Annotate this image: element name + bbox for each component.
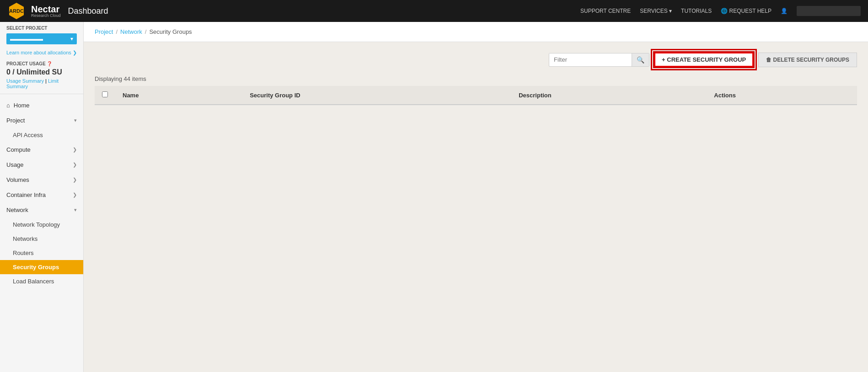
routers-label: Routers (13, 250, 34, 256)
breadcrumb-network[interactable]: Network (120, 28, 142, 35)
filter-search-button[interactable]: 🔍 (632, 53, 649, 66)
top-nav-left: ARDC Nectar Research Cloud Dashboard (7, 2, 108, 20)
container-infra-chevron-icon: ❯ (73, 192, 77, 198)
breadcrumb: Project / Network / Security Groups (84, 22, 868, 42)
volumes-chevron-icon: ❯ (73, 177, 77, 183)
select-all-col (95, 86, 115, 105)
table-header: Name Security Group ID Description Actio… (95, 86, 857, 105)
globe-icon: 🌐 (721, 8, 728, 14)
usage-chevron-icon: ❯ (73, 162, 77, 168)
main-layout: SELECT PROJECT ▬▬▬▬▬▬ ▾ Learn more about… (0, 22, 868, 372)
user-icon[interactable]: 👤 (781, 8, 788, 14)
usage-value: 0 / Unlimited SU (0, 67, 83, 77)
project-dropdown[interactable]: ▬▬▬▬▬▬ ▾ (6, 33, 77, 44)
sidebar-item-volumes[interactable]: Volumes ❯ (0, 172, 83, 187)
network-topology-label: Network Topology (13, 221, 60, 228)
volumes-label: Volumes (6, 176, 29, 183)
main-content: Project / Network / Security Groups 🔍 + … (84, 22, 868, 372)
filter-container: 🔍 (549, 53, 649, 67)
services-link[interactable]: SERVICES ▾ (640, 8, 672, 14)
display-count: Displaying 44 items (95, 75, 857, 82)
brand-nectar: Nectar (31, 5, 61, 14)
svg-text:ARDC: ARDC (9, 8, 24, 14)
delete-security-groups-button[interactable]: 🗑 DELETE SECURITY GROUPS (758, 53, 857, 67)
tutorials-link[interactable]: TUTORIALS (681, 8, 712, 14)
toolbar: 🔍 + CREATE SECURITY GROUP 🗑 DELETE SECUR… (95, 51, 857, 68)
select-all-checkbox[interactable] (102, 91, 108, 97)
home-label: Home (14, 102, 30, 109)
filter-input[interactable] (549, 53, 632, 66)
sidebar-item-container-infra[interactable]: Container Infra ❯ (0, 187, 83, 202)
project-dropdown-label: ▬▬▬▬▬▬ (10, 36, 43, 42)
sidebar-item-network[interactable]: Network ▾ (0, 202, 83, 218)
dropdown-arrow-icon: ▾ (70, 36, 73, 42)
services-label: SERVICES (640, 8, 667, 14)
top-nav-right: SUPPORT CENTRE SERVICES ▾ TUTORIALS 🌐 RE… (580, 6, 861, 16)
request-help-label: REQUEST HELP (729, 8, 772, 14)
create-security-group-label: + CREATE SECURITY GROUP (662, 56, 746, 63)
usage-summary-link[interactable]: Usage Summary (6, 78, 44, 84)
breadcrumb-sep-1: / (116, 28, 118, 35)
usage-label: Usage (6, 161, 24, 168)
network-label: Network (6, 207, 28, 213)
security-groups-label: Security Groups (13, 264, 59, 271)
select-project-label: SELECT PROJECT (6, 26, 77, 31)
brand-name: Nectar Research Cloud (31, 5, 61, 18)
col-actions: Actions (707, 86, 857, 105)
sidebar-item-networks[interactable]: Networks (0, 232, 83, 246)
networks-label: Networks (13, 235, 38, 242)
security-groups-table: Name Security Group ID Description Actio… (95, 86, 857, 105)
user-search-input[interactable] (797, 6, 861, 16)
network-chevron-icon: ▾ (74, 207, 77, 213)
load-balancers-label: Load Balancers (13, 278, 54, 285)
request-help-link[interactable]: 🌐 REQUEST HELP (721, 8, 772, 14)
sidebar-item-network-topology[interactable]: Network Topology (0, 218, 83, 232)
table-header-row: Name Security Group ID Description Actio… (95, 86, 857, 105)
sidebar: SELECT PROJECT ▬▬▬▬▬▬ ▾ Learn more about… (0, 22, 84, 372)
compute-label: Compute (6, 146, 31, 153)
sidebar-item-routers[interactable]: Routers (0, 246, 83, 260)
breadcrumb-project[interactable]: Project (95, 28, 113, 35)
project-usage-label: PROJECT USAGE ❓ (0, 58, 83, 67)
col-name: Name (115, 86, 242, 105)
sidebar-item-home[interactable]: ⌂ Home (0, 98, 83, 113)
delete-security-groups-label: 🗑 DELETE SECURITY GROUPS (766, 57, 849, 63)
breadcrumb-sep-2: / (145, 28, 147, 35)
col-security-group-id: Security Group ID (242, 86, 511, 105)
sidebar-item-compute[interactable]: Compute ❯ (0, 142, 83, 157)
breadcrumb-current: Security Groups (149, 28, 192, 35)
project-label: Project (6, 117, 25, 124)
sidebar-item-security-groups[interactable]: Security Groups (0, 260, 83, 274)
compute-chevron-icon: ❯ (73, 147, 77, 153)
logo: ARDC (7, 2, 26, 20)
project-chevron-icon: ▾ (74, 117, 77, 123)
dashboard-label: Dashboard (68, 6, 108, 16)
home-icon: ⌂ (6, 102, 10, 109)
sidebar-item-usage[interactable]: Usage ❯ (0, 157, 83, 172)
container-infra-label: Container Infra (6, 191, 46, 198)
usage-help-icon: ❓ (47, 61, 52, 66)
sidebar-item-project[interactable]: Project ▾ (0, 113, 83, 128)
support-centre-link[interactable]: SUPPORT CENTRE (580, 8, 631, 14)
project-select-section: SELECT PROJECT ▬▬▬▬▬▬ ▾ (0, 22, 83, 48)
sidebar-divider-1 (0, 94, 83, 94)
create-security-group-button[interactable]: + CREATE SECURITY GROUP (653, 51, 755, 68)
learn-allocations-link[interactable]: Learn more about allocations ❯ (0, 48, 83, 58)
content-area: 🔍 + CREATE SECURITY GROUP 🗑 DELETE SECUR… (84, 42, 868, 114)
col-description: Description (511, 86, 707, 105)
brand-research: Research Cloud (31, 14, 61, 18)
top-navigation: ARDC Nectar Research Cloud Dashboard SUP… (0, 0, 868, 22)
api-access-label: API Access (13, 132, 43, 138)
usage-links: Usage Summary | Limit Summary (0, 77, 83, 90)
sidebar-item-load-balancers[interactable]: Load Balancers (0, 274, 83, 288)
sidebar-item-api-access[interactable]: API Access (0, 128, 83, 142)
